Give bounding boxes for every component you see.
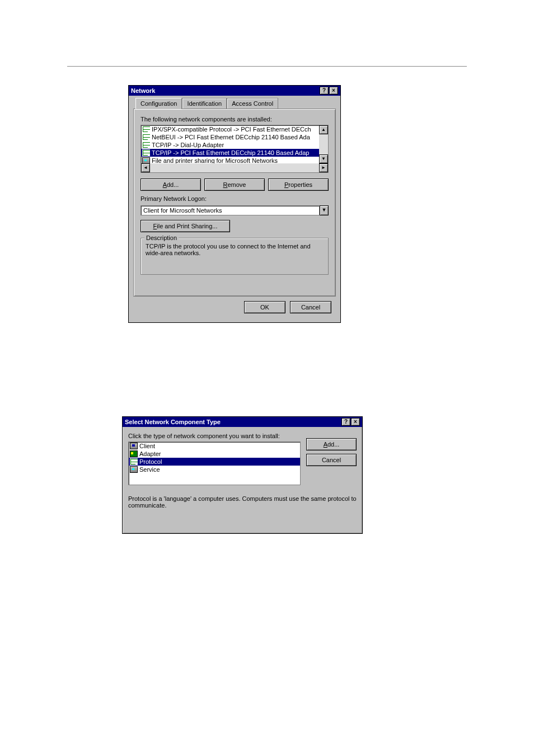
list-item-label: Client xyxy=(139,443,155,449)
list-item-label: Protocol xyxy=(139,458,162,465)
list-item-label: TCP/IP -> PCI Fast Ethernet DECchip 2114… xyxy=(152,149,309,156)
description-group: Description TCP/IP is the protocol you u… xyxy=(140,238,329,275)
add-button[interactable]: Add... xyxy=(306,438,357,450)
protocol-icon xyxy=(142,134,150,140)
dialog-action-buttons: OK Cancel xyxy=(133,301,336,318)
scrollbar-vertical[interactable]: ▲ ▼ xyxy=(319,125,328,163)
titlebar-buttons: ? × xyxy=(319,87,338,95)
select-component-dialog: Select Network Component Type ? × Click … xyxy=(122,416,363,534)
add-button[interactable]: Add... xyxy=(140,179,201,191)
dialog-body: Click the type of network component you … xyxy=(123,427,362,491)
list-item-label: Adapter xyxy=(139,450,161,457)
scroll-down-icon[interactable]: ▼ xyxy=(319,154,328,163)
primary-logon-dropdown[interactable]: Client for Microsoft Networks ▼ xyxy=(140,205,329,215)
network-dialog: Network ? × Configuration Identification… xyxy=(128,85,341,323)
chevron-down-icon[interactable]: ▼ xyxy=(320,205,329,215)
cancel-button[interactable]: Cancel xyxy=(290,301,331,313)
help-icon[interactable]: ? xyxy=(341,418,350,426)
service-icon xyxy=(142,157,150,163)
titlebar: Select Network Component Type ? × xyxy=(123,417,362,427)
help-icon[interactable]: ? xyxy=(320,87,329,95)
list-item[interactable]: TCP/IP -> Dial-Up Adapter xyxy=(141,141,319,149)
components-label: The following network components are ins… xyxy=(140,116,329,123)
scroll-left-icon[interactable]: ◄ xyxy=(141,163,150,172)
list-item-label: NetBEUI -> PCI Fast Ethernet DECchip 211… xyxy=(152,134,310,140)
tab-identification[interactable]: Identification xyxy=(182,98,227,109)
list-item[interactable]: IPX/SPX-compatible Protocol -> PCI Fast … xyxy=(141,125,319,133)
adapter-icon xyxy=(130,450,138,457)
remove-button[interactable]: Remove xyxy=(204,179,265,191)
protocol-icon xyxy=(142,126,150,133)
scroll-right-icon[interactable]: ► xyxy=(319,163,328,172)
list-item[interactable]: File and printer sharing for Microsoft N… xyxy=(141,157,319,163)
titlebar: Network ? × xyxy=(129,86,340,96)
protocol-icon xyxy=(142,149,150,156)
tabs: Configuration Identification Access Cont… xyxy=(135,98,336,109)
file-print-sharing-button[interactable]: File and Print Sharing... xyxy=(140,220,230,232)
list-item[interactable]: Service xyxy=(129,466,300,473)
component-type-listbox[interactable]: Client Adapter Protocol Service xyxy=(128,442,301,485)
tab-panel: The following network components are ins… xyxy=(133,109,336,297)
list-item[interactable]: Client xyxy=(129,442,300,450)
list-item-label: TCP/IP -> Dial-Up Adapter xyxy=(152,142,224,148)
page-rule xyxy=(67,66,467,67)
description-label: Description xyxy=(144,234,179,241)
list-item[interactable]: NetBEUI -> PCI Fast Ethernet DECchip 211… xyxy=(141,133,319,141)
client-icon xyxy=(130,443,138,449)
window-title: Select Network Component Type xyxy=(125,419,221,425)
list-item-label: IPX/SPX-compatible Protocol -> PCI Fast … xyxy=(152,126,311,133)
titlebar-buttons: ? × xyxy=(341,418,360,426)
prompt-label: Click the type of network component you … xyxy=(128,433,301,439)
primary-logon-label: Primary Network Logon: xyxy=(140,195,329,202)
primary-logon-value: Client for Microsoft Networks xyxy=(140,205,320,215)
protocol-icon xyxy=(130,458,138,465)
list-item[interactable]: TCP/IP -> PCI Fast Ethernet DECchip 2114… xyxy=(141,149,319,157)
scroll-up-icon[interactable]: ▲ xyxy=(319,125,328,134)
close-icon[interactable]: × xyxy=(351,418,360,426)
components-buttons: Add... Remove Properties xyxy=(140,179,329,191)
cancel-button[interactable]: Cancel xyxy=(306,454,357,466)
close-icon[interactable]: × xyxy=(329,87,338,95)
scrollbar-horizontal[interactable]: ◄ ► xyxy=(141,163,328,172)
list-item[interactable]: Adapter xyxy=(129,450,300,458)
list-item-label: Service xyxy=(139,466,160,473)
properties-button[interactable]: Properties xyxy=(268,179,329,191)
ok-button[interactable]: OK xyxy=(244,301,285,313)
tab-access-control[interactable]: Access Control xyxy=(227,98,278,109)
components-listbox[interactable]: IPX/SPX-compatible Protocol -> PCI Fast … xyxy=(140,125,329,173)
description-text: TCP/IP is the protocol you use to connec… xyxy=(146,243,324,256)
tab-configuration[interactable]: Configuration xyxy=(135,98,182,109)
dialog-body: Configuration Identification Access Cont… xyxy=(129,96,340,322)
protocol-icon xyxy=(142,142,150,148)
list-item[interactable]: Protocol xyxy=(129,458,300,466)
list-item-label: File and printer sharing for Microsoft N… xyxy=(152,157,278,163)
window-title: Network xyxy=(131,87,155,94)
description-text: Protocol is a 'language' a computer uses… xyxy=(123,491,362,509)
service-icon xyxy=(130,466,138,473)
